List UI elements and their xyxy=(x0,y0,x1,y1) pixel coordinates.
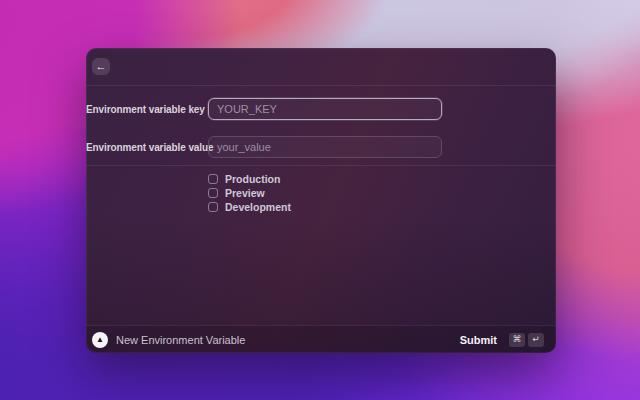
checkbox-row-preview[interactable]: Preview xyxy=(208,186,556,200)
checkbox-label-production: Production xyxy=(225,173,280,185)
env-variable-form: Environment variable key Environment var… xyxy=(86,86,556,214)
command-title: New Environment Variable xyxy=(116,334,245,346)
checkbox-production[interactable] xyxy=(208,174,218,184)
environment-checkbox-group: Production Preview Development xyxy=(86,166,556,214)
env-value-input[interactable] xyxy=(208,136,442,158)
form-row-value: Environment variable value xyxy=(86,136,556,158)
command-key-icon: ⌘ xyxy=(509,333,525,347)
checkbox-label-preview: Preview xyxy=(225,187,265,199)
submit-button[interactable]: Submit xyxy=(460,334,497,346)
checkbox-row-production[interactable]: Production xyxy=(208,172,556,186)
window-header: ← xyxy=(86,48,556,86)
env-value-label: Environment variable value xyxy=(86,142,198,153)
env-key-input[interactable] xyxy=(208,98,442,120)
checkbox-row-development[interactable]: Development xyxy=(208,200,556,214)
checkbox-label-development: Development xyxy=(225,201,291,213)
form-row-key: Environment variable key xyxy=(86,98,556,120)
checkbox-development[interactable] xyxy=(208,202,218,212)
return-key-icon: ↵ xyxy=(528,333,544,347)
action-bar: ▲ New Environment Variable Submit ⌘ ↵ xyxy=(86,325,556,353)
back-button[interactable]: ← xyxy=(92,58,110,75)
raycast-window: ← Environment variable key Environment v… xyxy=(86,48,556,353)
back-arrow-icon: ← xyxy=(96,61,107,72)
env-key-label: Environment variable key xyxy=(86,104,198,115)
checkbox-preview[interactable] xyxy=(208,188,218,198)
vercel-logo-icon: ▲ xyxy=(92,332,108,348)
vercel-triangle-glyph: ▲ xyxy=(96,336,104,344)
